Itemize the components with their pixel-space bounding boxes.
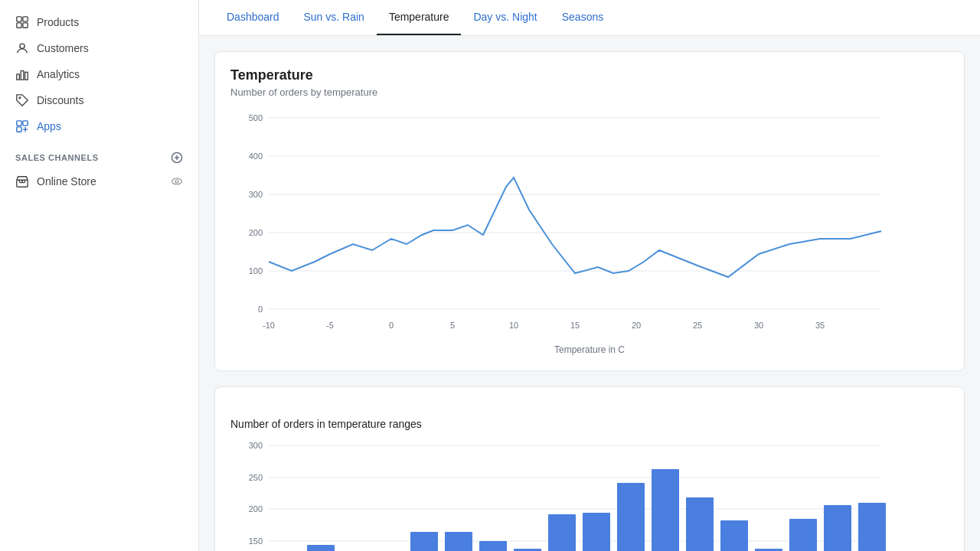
- svg-rect-74: [652, 469, 679, 551]
- svg-text:5: 5: [450, 321, 455, 330]
- sales-channels-section: SALES CHANNELS: [0, 139, 198, 168]
- bar-chart-section: Number of orders in temperature ranges 3…: [214, 386, 965, 551]
- bar-chart-svg: 300 250 200 150 100 50 0 <-40 -40--35 -3…: [230, 438, 889, 551]
- svg-text:150: 150: [249, 536, 263, 546]
- sidebar-label-apps: Apps: [37, 120, 61, 132]
- tabs-bar: Dashboard Sun vs. Rain Temperature Day v…: [199, 0, 980, 36]
- bar-chart-title: Number of orders in temperature ranges: [230, 418, 949, 430]
- svg-text:10: 10: [509, 321, 518, 330]
- svg-rect-2: [17, 23, 21, 28]
- svg-rect-9: [17, 121, 21, 126]
- svg-rect-10: [23, 121, 28, 126]
- svg-text:20: 20: [632, 321, 641, 330]
- svg-text:500: 500: [249, 113, 263, 122]
- sidebar-label-customers: Customers: [37, 42, 89, 54]
- sidebar-label-analytics: Analytics: [37, 68, 80, 80]
- svg-text:200: 200: [249, 504, 263, 514]
- svg-rect-82: [789, 519, 817, 551]
- svg-text:200: 200: [249, 228, 263, 237]
- svg-point-8: [19, 97, 21, 99]
- eye-icon[interactable]: [171, 175, 183, 187]
- line-chart-title: Temperature: [230, 67, 949, 83]
- svg-rect-0: [17, 17, 21, 21]
- svg-rect-3: [23, 23, 28, 28]
- svg-rect-84: [824, 505, 851, 551]
- svg-rect-6: [21, 71, 24, 80]
- svg-point-14: [172, 178, 182, 184]
- svg-rect-7: [25, 72, 28, 80]
- apps-icon: [15, 119, 29, 133]
- svg-rect-5: [17, 74, 20, 80]
- svg-text:25: 25: [693, 321, 702, 330]
- svg-text:300: 300: [249, 190, 263, 199]
- sidebar-item-products[interactable]: Products: [0, 9, 198, 35]
- tab-temperature[interactable]: Temperature: [377, 0, 462, 35]
- tab-sun-vs-rain[interactable]: Sun vs. Rain: [292, 0, 377, 35]
- line-chart-area: 500 400 300 200 100 0 -10 -5 0 5 10 15 2…: [230, 110, 949, 355]
- sidebar-label-discounts: Discounts: [37, 94, 83, 106]
- svg-rect-62: [445, 532, 472, 551]
- person-icon: [15, 41, 29, 55]
- add-sales-channel-icon[interactable]: [171, 152, 183, 164]
- store-icon: [15, 174, 29, 188]
- svg-rect-76: [686, 497, 714, 551]
- svg-text:0: 0: [258, 305, 263, 314]
- line-chart-svg: 500 400 300 200 100 0 -10 -5 0 5 10 15 2…: [230, 110, 889, 340]
- line-chart-x-label: Temperature in C: [230, 344, 949, 355]
- svg-rect-86: [858, 503, 886, 551]
- svg-text:15: 15: [570, 321, 580, 330]
- sidebar-item-online-store[interactable]: Online Store: [0, 168, 198, 194]
- svg-text:-10: -10: [263, 321, 275, 330]
- sidebar-item-analytics[interactable]: Analytics: [0, 61, 198, 87]
- sidebar-item-apps[interactable]: Apps: [0, 113, 198, 139]
- grid-icon: [15, 15, 29, 29]
- svg-text:400: 400: [249, 152, 263, 161]
- svg-rect-1: [23, 17, 28, 21]
- tab-day-vs-night[interactable]: Day vs. Night: [461, 0, 549, 35]
- svg-rect-11: [17, 127, 21, 132]
- svg-rect-72: [617, 483, 645, 551]
- tab-dashboard[interactable]: Dashboard: [214, 0, 292, 35]
- sidebar-item-customers[interactable]: Customers: [0, 35, 198, 61]
- tab-seasons[interactable]: Seasons: [550, 0, 616, 35]
- svg-rect-78: [720, 520, 748, 551]
- svg-text:-5: -5: [326, 321, 334, 330]
- svg-rect-64: [479, 541, 507, 551]
- svg-text:30: 30: [754, 321, 763, 330]
- svg-point-4: [20, 44, 24, 48]
- bar-chart-icon: [15, 67, 29, 81]
- line-chart-section: Temperature Number of orders by temperat…: [214, 51, 965, 371]
- svg-rect-68: [548, 514, 576, 551]
- online-store-label: Online Store: [37, 175, 96, 187]
- svg-text:250: 250: [249, 473, 263, 482]
- svg-text:300: 300: [249, 441, 263, 450]
- line-chart-subtitle: Number of orders by temperature: [230, 86, 949, 98]
- svg-text:0: 0: [389, 321, 394, 330]
- tag-icon: [15, 93, 29, 107]
- svg-text:100: 100: [249, 266, 263, 276]
- svg-point-15: [175, 180, 178, 183]
- main-content: Dashboard Sun vs. Rain Temperature Day v…: [199, 0, 980, 551]
- svg-text:35: 35: [815, 321, 825, 330]
- sidebar-label-products: Products: [37, 16, 79, 28]
- svg-rect-54: [307, 545, 335, 551]
- sidebar-item-discounts[interactable]: Discounts: [0, 87, 198, 113]
- sidebar: Products Customers Analytics Discounts A…: [0, 0, 199, 551]
- svg-rect-60: [410, 532, 438, 551]
- svg-rect-70: [583, 513, 610, 551]
